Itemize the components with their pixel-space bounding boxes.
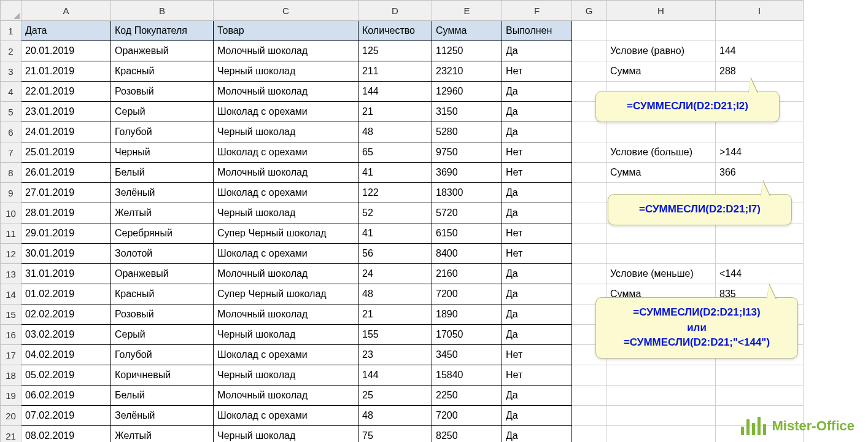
cell-B18[interactable]: Коричневый bbox=[111, 365, 214, 386]
cell-F4[interactable]: Да bbox=[502, 82, 572, 102]
cell-D13[interactable]: 24 bbox=[358, 264, 432, 284]
cell-B21[interactable]: Желтый bbox=[111, 426, 214, 443]
cell-E9[interactable]: 18300 bbox=[432, 183, 502, 203]
cell-E8[interactable]: 3690 bbox=[432, 163, 502, 183]
cell-E14[interactable]: 7200 bbox=[432, 284, 502, 304]
cell-B9[interactable]: Зелёный bbox=[111, 183, 214, 203]
cell-E6[interactable]: 5280 bbox=[432, 122, 502, 142]
cell-E15[interactable]: 1890 bbox=[432, 304, 502, 325]
cell-H18[interactable] bbox=[606, 365, 716, 386]
cell-F9[interactable]: Да bbox=[502, 183, 572, 203]
cell-G1[interactable] bbox=[572, 21, 606, 41]
cell-C7[interactable]: Шоколад с орехами bbox=[214, 142, 358, 163]
cell-G21[interactable] bbox=[572, 426, 606, 443]
cell-H2[interactable]: Условие (равно) bbox=[606, 41, 716, 61]
cell-C18[interactable]: Черный шоколад bbox=[214, 365, 358, 386]
cell-A11[interactable]: 29.01.2019 bbox=[21, 223, 111, 244]
cell-E5[interactable]: 3150 bbox=[432, 102, 502, 122]
cell-B10[interactable]: Желтый bbox=[111, 203, 214, 223]
cell-E4[interactable]: 12960 bbox=[432, 82, 502, 102]
cell-C13[interactable]: Молочный шоколад bbox=[214, 264, 358, 284]
cell-B13[interactable]: Оранжевый bbox=[111, 264, 214, 284]
cell-G19[interactable] bbox=[572, 386, 606, 406]
cell-B12[interactable]: Золотой bbox=[111, 244, 214, 264]
cell-F10[interactable]: Да bbox=[502, 203, 572, 223]
cell-G8[interactable] bbox=[572, 163, 606, 183]
cell-D20[interactable]: 48 bbox=[358, 406, 432, 426]
cell-C12[interactable]: Шоколад с орехами bbox=[214, 244, 358, 264]
cell-A4[interactable]: 22.01.2019 bbox=[21, 82, 111, 102]
cell-C15[interactable]: Молочный шоколад bbox=[214, 304, 358, 325]
cell-A14[interactable]: 01.02.2019 bbox=[21, 284, 111, 304]
cell-D8[interactable]: 41 bbox=[358, 163, 432, 183]
cell-D4[interactable]: 144 bbox=[358, 82, 432, 102]
cell-B1[interactable]: Код Покупателя bbox=[111, 21, 214, 41]
cell-E18[interactable]: 15840 bbox=[432, 365, 502, 386]
row-header-4[interactable]: 4 bbox=[1, 82, 21, 102]
cell-A5[interactable]: 23.01.2019 bbox=[21, 102, 111, 122]
row-header-14[interactable]: 14 bbox=[1, 284, 21, 304]
row-header-5[interactable]: 5 bbox=[1, 102, 21, 122]
cell-G11[interactable] bbox=[572, 223, 606, 244]
cell-G9[interactable] bbox=[572, 183, 606, 203]
row-header-8[interactable]: 8 bbox=[1, 163, 21, 183]
cell-E7[interactable]: 9750 bbox=[432, 142, 502, 163]
cell-B20[interactable]: Зелёный bbox=[111, 406, 214, 426]
col-header-G[interactable]: G bbox=[572, 1, 606, 21]
col-header-H[interactable]: H bbox=[606, 1, 716, 21]
cell-I7[interactable]: >144 bbox=[716, 142, 804, 163]
cell-C9[interactable]: Шоколад с орехами bbox=[214, 183, 358, 203]
cell-H13[interactable]: Условие (меньше) bbox=[606, 264, 716, 284]
col-header-I[interactable]: I bbox=[716, 1, 804, 21]
cell-H7[interactable]: Условие (больше) bbox=[606, 142, 716, 163]
cell-B14[interactable]: Красный bbox=[111, 284, 214, 304]
cell-F12[interactable]: Нет bbox=[502, 244, 572, 264]
cell-F17[interactable]: Нет bbox=[502, 345, 572, 365]
cell-G20[interactable] bbox=[572, 406, 606, 426]
cell-B3[interactable]: Красный bbox=[111, 61, 214, 82]
cell-F15[interactable]: Да bbox=[502, 304, 572, 325]
cell-A13[interactable]: 31.01.2019 bbox=[21, 264, 111, 284]
col-header-A[interactable]: A bbox=[21, 1, 111, 21]
cell-G6[interactable] bbox=[572, 122, 606, 142]
cell-I3[interactable]: 288 bbox=[716, 61, 804, 82]
cell-B11[interactable]: Серебряный bbox=[111, 223, 214, 244]
cell-D17[interactable]: 23 bbox=[358, 345, 432, 365]
cell-I12[interactable] bbox=[716, 244, 804, 264]
cell-A15[interactable]: 02.02.2019 bbox=[21, 304, 111, 325]
cell-B2[interactable]: Оранжевый bbox=[111, 41, 214, 61]
row-header-16[interactable]: 16 bbox=[1, 325, 21, 345]
cell-D15[interactable]: 21 bbox=[358, 304, 432, 325]
cell-A7[interactable]: 25.01.2019 bbox=[21, 142, 111, 163]
cell-A8[interactable]: 26.01.2019 bbox=[21, 163, 111, 183]
cell-C8[interactable]: Молочный шоколад bbox=[214, 163, 358, 183]
cell-F8[interactable]: Нет bbox=[502, 163, 572, 183]
cell-A2[interactable]: 20.01.2019 bbox=[21, 41, 111, 61]
cell-F5[interactable]: Да bbox=[502, 102, 572, 122]
cell-B5[interactable]: Серый bbox=[111, 102, 214, 122]
cell-C11[interactable]: Супер Черный шоколад bbox=[214, 223, 358, 244]
cell-A10[interactable]: 28.01.2019 bbox=[21, 203, 111, 223]
cell-F3[interactable]: Нет bbox=[502, 61, 572, 82]
cell-B8[interactable]: Белый bbox=[111, 163, 214, 183]
cell-D2[interactable]: 125 bbox=[358, 41, 432, 61]
col-header-C[interactable]: C bbox=[214, 1, 358, 21]
cell-D16[interactable]: 155 bbox=[358, 325, 432, 345]
cell-G7[interactable] bbox=[572, 142, 606, 163]
cell-F18[interactable]: Нет bbox=[502, 365, 572, 386]
cell-E20[interactable]: 7200 bbox=[432, 406, 502, 426]
cell-I19[interactable] bbox=[716, 386, 804, 406]
cell-A18[interactable]: 05.02.2019 bbox=[21, 365, 111, 386]
cell-G18[interactable] bbox=[572, 365, 606, 386]
cell-A3[interactable]: 21.01.2019 bbox=[21, 61, 111, 82]
cell-H19[interactable] bbox=[606, 386, 716, 406]
cell-E17[interactable]: 3450 bbox=[432, 345, 502, 365]
cell-E1[interactable]: Сумма bbox=[432, 21, 502, 41]
row-header-13[interactable]: 13 bbox=[1, 264, 21, 284]
row-header-2[interactable]: 2 bbox=[1, 41, 21, 61]
cell-H21[interactable] bbox=[606, 426, 716, 443]
cell-I2[interactable]: 144 bbox=[716, 41, 804, 61]
cell-C14[interactable]: Супер Черный шоколад bbox=[214, 284, 358, 304]
cell-C10[interactable]: Черный шоколад bbox=[214, 203, 358, 223]
row-header-9[interactable]: 9 bbox=[1, 183, 21, 203]
